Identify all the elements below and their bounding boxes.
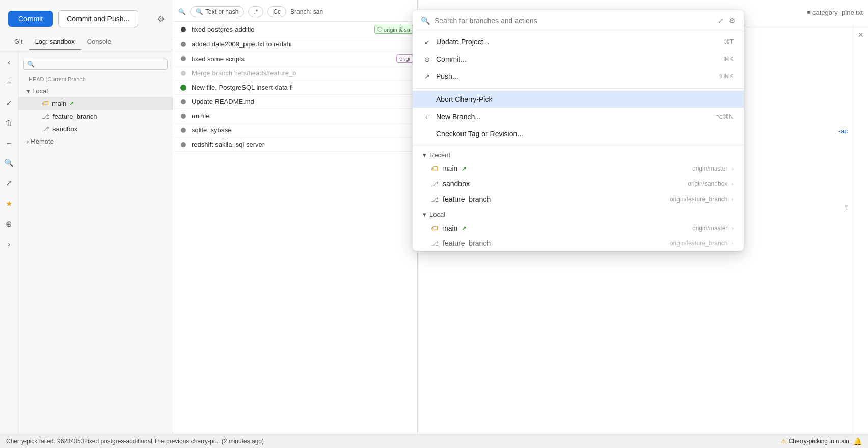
commit-row-8[interactable]: redshift sakila, sql server	[173, 137, 417, 152]
recent-sandbox-ref: origin/sandbox	[688, 180, 727, 187]
local-main-tag-icon: 🏷	[431, 224, 438, 232]
local-item-main[interactable]: 🏷 main ↗ origin/master ›	[413, 220, 744, 236]
commit-button[interactable]: Commit	[8, 11, 53, 27]
file-name-label: ≡ category_pine.txt	[807, 9, 863, 16]
commit-text-0: fixed postgres-additio	[192, 25, 371, 33]
commit-text-2: fixed some scripts	[192, 55, 393, 63]
commit-dot-1	[181, 42, 186, 47]
branch-tree: 🔍 HEAD (Current Branch ▾ Local 🏷 main ↗	[18, 50, 173, 448]
commit-text-4: New file, PostgreSQL insert-data fi	[192, 83, 413, 91]
local-collapse-arrow-dropdown[interactable]: ▾	[423, 211, 426, 218]
commit-row-2[interactable]: fixed some scripts origi	[173, 51, 417, 66]
commit-dot-4	[180, 85, 186, 91]
branch-filter-label: Branch: san	[290, 8, 323, 15]
dropdown-search-input[interactable]	[435, 17, 714, 25]
remote-section-label: › Remote	[18, 135, 173, 147]
commit-dot-2	[181, 56, 186, 61]
new-branch-icon: +	[423, 113, 431, 121]
dropdown-item-new-branch[interactable]: + New Branch... ⌥⌘N	[413, 108, 744, 125]
recent-item-main[interactable]: 🏷 main ↗ origin/master ›	[413, 161, 744, 176]
collapse-left-icon[interactable]: ‹	[6, 55, 12, 68]
recent-item-sandbox[interactable]: ⎇ sandbox origin/sandbox ›	[413, 176, 744, 191]
arrow-down-icon[interactable]: ↙	[4, 96, 14, 109]
commit-badge-0: ⬡ origin & sa	[374, 25, 413, 34]
branch-item-feature[interactable]: ⎇ feature_branch	[18, 110, 173, 123]
add-icon[interactable]: ＋	[3, 75, 15, 89]
commit-row-6[interactable]: rm file	[173, 109, 417, 123]
dropdown-separator-2	[413, 145, 744, 145]
tab-console[interactable]: Console	[81, 34, 118, 50]
sandbox-branch-icon: ⎇	[42, 125, 49, 133]
commit-text-8: redshift sakila, sql server	[192, 141, 413, 148]
remote-expand-arrow[interactable]: ›	[26, 137, 29, 145]
branch-item-sandbox[interactable]: ⎇ sandbox	[18, 123, 173, 135]
top-buttons-area: Commit Commit and Push... ⚙	[0, 0, 173, 34]
dropdown-settings-icon[interactable]: ⚙	[729, 17, 736, 25]
commit-row-7[interactable]: sqlite, sybase	[173, 123, 417, 137]
commit-and-push-button[interactable]: Commit and Push...	[58, 10, 138, 27]
commit-dot-5	[181, 99, 186, 104]
dropdown-actions-section: ↙ Update Project... ⌘T ⊙ Commit... ⌘K ↗ …	[413, 32, 744, 86]
diff-right-label2: i	[846, 204, 848, 211]
tab-log-sandbox[interactable]: Log: sandbox	[29, 34, 81, 50]
left-panel: Commit Commit and Push... ⚙ Git Log: san…	[0, 0, 173, 448]
dropdown-search-row: 🔍 ⤢ ⚙	[413, 10, 744, 32]
recent-item-feature-branch[interactable]: ⎇ feature_branch origin/feature_branch ›	[413, 191, 744, 207]
text-hash-filter[interactable]: 🔍 Text or hash	[190, 6, 244, 17]
tab-bar: Git Log: sandbox Console	[0, 34, 173, 50]
recent-sandbox-chevron: ›	[731, 181, 734, 187]
dropdown-item-push[interactable]: ↗ Push... ⇧⌘K	[413, 68, 744, 85]
branch-name-sandbox: sandbox	[52, 125, 77, 133]
commit-dot-6	[181, 114, 186, 119]
main-push-arrow-icon: ↗	[69, 100, 74, 107]
commit-row-0[interactable]: fixed postgres-additio ⬡ origin & sa	[173, 22, 417, 37]
status-bar: Cherry-pick failed: 96234353 fixed postg…	[0, 434, 868, 448]
warning-icon: ⚠	[781, 438, 786, 445]
search-icon[interactable]: 🔍	[2, 156, 16, 170]
delete-icon[interactable]: 🗑	[3, 117, 15, 129]
tab-git[interactable]: Git	[8, 34, 29, 50]
dropdown-item-update-project[interactable]: ↙ Update Project... ⌘T	[413, 33, 744, 50]
diff-panel-collapse-icon[interactable]: ✕	[858, 31, 864, 39]
local-item-feature-branch[interactable]: ⎇ feature_branch origin/feature_branch ›	[413, 236, 744, 251]
expand-icon[interactable]: ⤢	[718, 17, 724, 25]
recent-feature-branch-icon: ⎇	[431, 195, 439, 203]
commit-text-3: Merge branch 'refs/heads/feature_b	[192, 69, 413, 77]
branch-item-main[interactable]: 🏷 main ↗	[18, 97, 173, 110]
dropdown-item-commit[interactable]: ⊙ Commit... ⌘K	[413, 50, 744, 68]
expand-icon[interactable]: ⤢	[4, 177, 14, 190]
recent-main-name: main	[442, 164, 457, 173]
recent-section-header: ▾ Recent	[413, 147, 744, 161]
dropdown-item-checkout-tag[interactable]: Checkout Tag or Revision...	[413, 125, 744, 143]
commit-row-5[interactable]: Update README.md	[173, 95, 417, 109]
branch-name-feature: feature_branch	[52, 113, 97, 120]
head-branch-item[interactable]: HEAD (Current Branch	[18, 74, 173, 85]
recent-feature-ref: origin/feature_branch	[670, 195, 727, 203]
notification-bell-icon[interactable]: 🔔	[853, 437, 862, 445]
recent-collapse-arrow[interactable]: ▾	[423, 151, 426, 159]
commit-shortcut: ⌘K	[723, 55, 734, 63]
expand-right-icon[interactable]: ›	[6, 238, 12, 250]
commit-row-3[interactable]: Merge branch 'refs/heads/feature_b	[173, 66, 417, 80]
arrow-left-icon[interactable]: ←	[3, 136, 15, 149]
commit-row-4[interactable]: New file, PostgreSQL insert-data fi	[173, 80, 417, 95]
local-main-ref: origin/master	[692, 225, 727, 232]
recent-main-tag-icon: 🏷	[431, 164, 438, 173]
commit-text-7: sqlite, sybase	[192, 126, 413, 134]
dropdown-search-actions: ⤢ ⚙	[718, 17, 736, 25]
commit-text-5: Update README.md	[192, 98, 413, 105]
regex-filter-btn[interactable]: .*	[248, 6, 263, 17]
recent-main-arrow-icon: ↗	[462, 165, 466, 172]
dropdown-item-abort-cherry-pick[interactable]: Abort Cherry-Pick	[413, 91, 744, 108]
case-filter-btn[interactable]: Cc	[267, 6, 286, 17]
recent-feature-name: feature_branch	[443, 195, 491, 203]
commit-row-1[interactable]: added date2009_pipe.txt to redshi	[173, 37, 417, 51]
new-branch-shortcut: ⌥⌘N	[716, 113, 734, 120]
recent-main-chevron: ›	[731, 165, 734, 172]
diff-right-label: -ac	[838, 127, 848, 135]
add-circle-icon[interactable]: ⊕	[4, 217, 14, 231]
commit-text-1: added date2009_pipe.txt to redshi	[192, 40, 413, 48]
local-expand-arrow[interactable]: ▾	[26, 87, 30, 95]
settings-gear-icon[interactable]: ⚙	[157, 14, 165, 24]
star-icon[interactable]: ★	[4, 197, 14, 210]
